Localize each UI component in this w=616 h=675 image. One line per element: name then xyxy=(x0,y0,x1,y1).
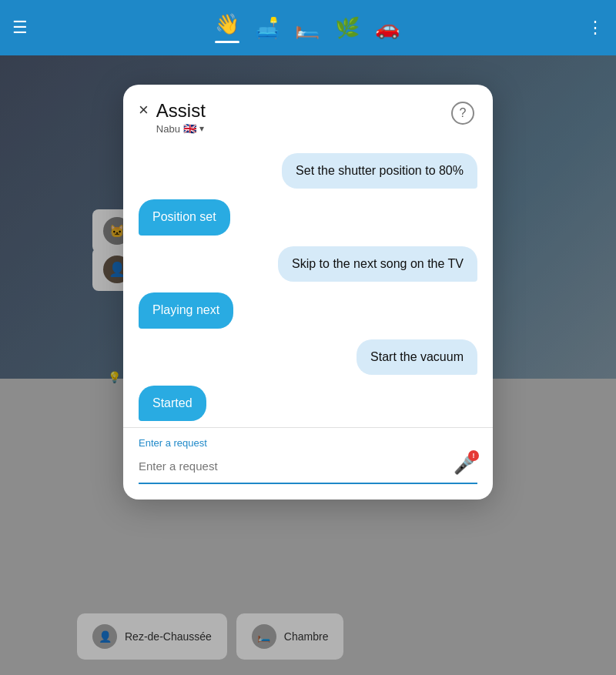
input-label: Enter a request xyxy=(139,437,477,449)
nav-item-lounge[interactable]: 🛋️ xyxy=(255,16,280,40)
bubble-assistant-2: Playing next xyxy=(139,292,233,328)
message-row-5: Start the vacuum xyxy=(139,339,477,375)
nav-item-bedroom[interactable]: 🛏️ xyxy=(295,16,320,40)
input-row: 🎤 ! xyxy=(139,452,477,484)
dialog-title-block: Assist Nabu 🇬🇧 ▾ xyxy=(156,100,206,135)
assist-dialog: × Assist Nabu 🇬🇧 ▾ ? Set the shutter pos… xyxy=(123,85,493,500)
nav-item-plant[interactable]: 🌿 xyxy=(335,16,360,40)
message-row-3: Skip to the next song on the TV xyxy=(139,246,477,282)
menu-icon[interactable]: ☰ xyxy=(12,18,28,38)
close-button[interactable]: × xyxy=(139,102,149,119)
message-row-4: Playing next xyxy=(139,292,477,328)
dialog-header: × Assist Nabu 🇬🇧 ▾ ? xyxy=(123,85,493,144)
message-row-6: Started xyxy=(139,386,477,421)
bubble-assistant-3: Started xyxy=(139,386,206,421)
subtitle-name: Nabu xyxy=(156,123,180,135)
top-navigation-bar: ☰ 👋 🛋️ 🛏️ 🌿 🚗 ⋮ xyxy=(0,0,616,55)
dialog-subtitle[interactable]: Nabu 🇬🇧 ▾ xyxy=(156,122,206,135)
bubble-assistant-1: Position set xyxy=(139,199,230,235)
nav-item-wave[interactable]: 👋 xyxy=(215,12,239,43)
mic-error-badge: ! xyxy=(468,450,479,461)
chevron-down-icon: ▾ xyxy=(199,123,204,134)
bubble-user-3: Start the vacuum xyxy=(357,339,477,375)
nav-item-car[interactable]: 🚗 xyxy=(375,16,400,40)
mic-button[interactable]: 🎤 ! xyxy=(450,452,477,480)
dialog-header-left: × Assist Nabu 🇬🇧 ▾ xyxy=(139,100,206,135)
more-options-icon[interactable]: ⋮ xyxy=(587,18,604,38)
dialog-title: Assist xyxy=(156,100,206,122)
bubble-user-1: Set the shutter position to 80% xyxy=(282,153,477,189)
bubble-user-2: Skip to the next song on the TV xyxy=(278,246,477,282)
request-input[interactable] xyxy=(139,456,444,476)
input-area: Enter a request 🎤 ! xyxy=(123,427,493,500)
message-row-1: Set the shutter position to 80% xyxy=(139,153,477,189)
help-button[interactable]: ? xyxy=(451,102,474,125)
chat-area: Set the shutter position to 80% Position… xyxy=(123,144,493,427)
message-row-2: Position set xyxy=(139,199,477,235)
nav-icons-center: 👋 🛋️ 🛏️ 🌿 🚗 xyxy=(46,12,568,43)
flag-icon: 🇬🇧 xyxy=(183,122,196,135)
